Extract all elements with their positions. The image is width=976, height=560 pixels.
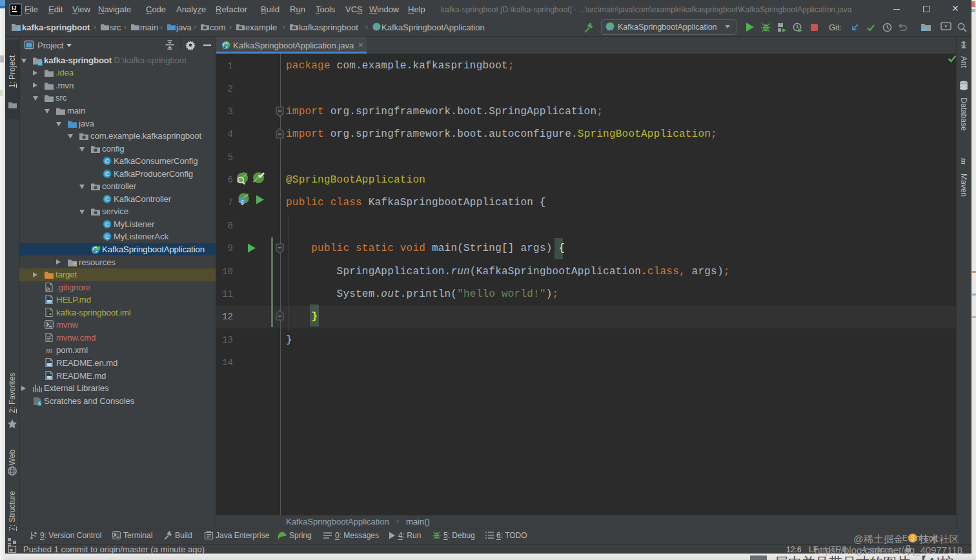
svg-text:m: m — [46, 345, 52, 355]
